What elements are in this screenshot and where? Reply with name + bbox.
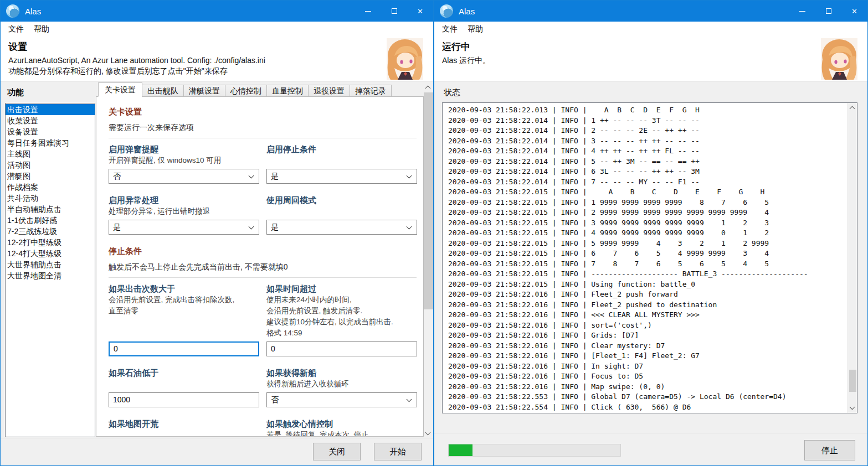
sidebar-item[interactable]: 1-1伏击刷好感 — [6, 215, 95, 226]
log-line: 2020-09-03 21:58:22.015 | INFO | 2 9999 … — [448, 208, 846, 218]
menu-item-file[interactable]: 文件 — [6, 24, 27, 34]
avatar — [821, 38, 857, 80]
stop-button[interactable]: 停止 — [804, 440, 855, 460]
scroll-down-icon[interactable] — [425, 430, 431, 436]
log-line: 2020-09-03 21:58:22.015 | INFO | -------… — [448, 269, 846, 279]
field-label: 如果获得新船 — [266, 367, 417, 379]
sidebar-item[interactable]: 共斗活动 — [6, 193, 95, 204]
sidebar-item[interactable]: 12-4打大型练级 — [6, 248, 95, 259]
dropdown[interactable]: 是 — [266, 169, 417, 184]
menu-item-help[interactable]: 帮助 — [465, 24, 486, 34]
log-box: 2020-09-03 21:58:22.013 | INFO | A B C D… — [442, 102, 857, 413]
text-input[interactable]: 1000 — [109, 392, 259, 407]
sidebar-title: 功能 — [7, 87, 24, 98]
log-line: 2020-09-03 21:58:22.013 | INFO | A B C D… — [448, 105, 846, 116]
maximize-button[interactable] — [815, 1, 841, 22]
sidebar-item[interactable]: 每日任务困难演习 — [6, 137, 95, 148]
sidebar-item[interactable]: 大世界地图全清 — [6, 270, 95, 281]
field: 使用周回模式是 — [266, 195, 417, 235]
field-row: 如果出击次数大于会沿用先前设置, 完成出击将扣除次数, 直至清零0如果时间超过使… — [109, 283, 417, 356]
scroll-down-icon[interactable] — [850, 405, 855, 410]
dropdown[interactable]: 是 — [266, 220, 417, 235]
tab-关卡设置[interactable]: 关卡设置 — [98, 82, 142, 97]
dropdown[interactable]: 否 — [266, 392, 417, 407]
menu-item-file[interactable]: 文件 — [439, 24, 460, 34]
section-divider — [109, 277, 417, 278]
text-input[interactable]: 0 — [109, 341, 259, 356]
status-label: 状态 — [444, 87, 460, 98]
minimize-button[interactable] — [789, 1, 815, 22]
content-scrollbar[interactable] — [424, 82, 433, 438]
scrollbar-thumb[interactable] — [424, 92, 433, 309]
dropdown[interactable]: 否 — [109, 169, 259, 184]
start-button[interactable]: 开始 — [374, 443, 422, 460]
sidebar-item[interactable]: 设备设置 — [6, 126, 95, 137]
dropdown[interactable]: 是 — [109, 220, 259, 235]
log-line: 2020-09-03 21:58:22.015 | INFO | 5 9999 … — [448, 239, 846, 249]
log-line: 2020-09-03 21:58:22.014 | INFO | 2 -- --… — [448, 126, 846, 136]
log-line: 2020-09-03 21:58:22.016 | INFO | In sigh… — [448, 361, 846, 372]
field-label: 如果触发心情控制 — [266, 418, 417, 429]
tab-掉落记录[interactable]: 掉落记录 — [350, 85, 392, 97]
field-help: 开启弹窗提醒, 仅 windows10 可用 — [109, 155, 259, 166]
field-row: 启用异常处理处理部分异常, 运行出错时撤退是使用周回模式是 — [109, 195, 417, 235]
log-line: 2020-09-03 21:58:22.016 | INFO | sort=('… — [448, 320, 846, 331]
scroll-up-icon[interactable] — [850, 106, 855, 112]
settings-window: Alas ✕ 文件帮助 设置 AzurLaneAutoScript, An Az… — [0, 0, 434, 466]
sidebar-item[interactable]: 主线图 — [6, 148, 95, 159]
field-row: 如果石油低于1000如果获得新船获得新船后进入收获循环否 — [109, 367, 417, 407]
close-icon: ✕ — [851, 8, 857, 15]
tab-血量控制[interactable]: 血量控制 — [266, 85, 309, 97]
field-label: 启用弹窗提醒 — [109, 144, 259, 155]
sidebar-item[interactable]: 出击设置 — [6, 104, 95, 115]
field: 如果地图开荒 — [109, 418, 259, 436]
field-label: 如果出击次数大于 — [109, 283, 259, 294]
screen: Alas ✕ 文件帮助 设置 AzurLaneAutoScript, An Az… — [0, 0, 868, 466]
log-line: 2020-09-03 21:58:22.554 | INFO | Click (… — [448, 402, 846, 412]
scroll-up-icon[interactable] — [425, 86, 431, 91]
sidebar-item[interactable]: 潜艇图 — [6, 170, 95, 182]
sidebar-item[interactable]: 收菜设置 — [6, 115, 95, 126]
log-line: 2020-09-03 21:58:22.015 | INFO | 3 9999 … — [448, 218, 846, 229]
maximize-button[interactable] — [381, 1, 407, 22]
field-label: 使用周回模式 — [266, 195, 417, 206]
sidebar-item[interactable]: 活动图 — [6, 159, 95, 170]
log-scrollbar[interactable] — [848, 103, 857, 413]
text-input[interactable]: 0 — [266, 341, 417, 356]
sidebar-item[interactable]: 7-2三战拣垃圾 — [6, 226, 95, 237]
sidebar-item[interactable]: 作战档案 — [6, 182, 95, 193]
settings-footer: 关闭 开始 — [1, 438, 433, 465]
field-help: 会沿用先前设置, 完成出击将扣除次数, 直至清零 — [109, 294, 259, 317]
runner-footer: 停止 — [434, 433, 867, 465]
window-controls: ✕ — [789, 1, 867, 22]
tab-心情控制[interactable]: 心情控制 — [225, 85, 267, 97]
log-line: 2020-09-03 21:58:22.016 | INFO | Fleet_2… — [448, 289, 846, 300]
titlebar[interactable]: Alas ✕ — [434, 1, 867, 22]
sidebar-item[interactable]: 12-2打中型练级 — [6, 237, 95, 248]
close-button[interactable]: ✕ — [407, 1, 433, 22]
minimize-button[interactable] — [355, 1, 381, 22]
log-line: 2020-09-03 21:58:22.016 | INFO | Grids: … — [448, 330, 846, 341]
log-output[interactable]: 2020-09-03 21:58:22.013 | INFO | A B C D… — [448, 105, 846, 411]
close-window-button[interactable]: 关闭 — [313, 443, 361, 460]
window-title: Alas — [459, 7, 475, 16]
sidebar-item[interactable]: 大世界辅助点击 — [6, 259, 95, 270]
app-logo-icon — [440, 4, 453, 18]
field: 如果出击次数大于会沿用先前设置, 完成出击将扣除次数, 直至清零0 — [109, 283, 259, 356]
log-line: 2020-09-03 21:58:22.016 | INFO | Focus t… — [448, 371, 846, 382]
scrollbar-thumb[interactable] — [849, 370, 856, 392]
log-line: 2020-09-03 21:58:22.015 | INFO | 1 9999 … — [448, 198, 846, 208]
tab-退役设置[interactable]: 退役设置 — [308, 85, 350, 97]
close-button[interactable]: ✕ — [841, 1, 867, 22]
field: 如果时间超过使用未来24小时内的时间, 会沿用先前设置, 触发后清零. 建议提前… — [266, 283, 417, 356]
sidebar-item[interactable]: 半自动辅助点击 — [6, 204, 95, 215]
section-subtitle: 需要运行一次来保存选项 — [109, 122, 417, 133]
tab-潜艇设置[interactable]: 潜艇设置 — [183, 85, 225, 97]
menu-item-help[interactable]: 帮助 — [31, 24, 52, 34]
page-title: 运行中 — [442, 40, 867, 53]
log-line: 2020-09-03 21:58:22.015 | INFO | 6 7 6 5… — [448, 248, 846, 259]
field-label: 启用异常处理 — [109, 195, 259, 206]
field: 启用弹窗提醒开启弹窗提醒, 仅 windows10 可用否 — [109, 144, 259, 184]
titlebar[interactable]: Alas ✕ — [1, 1, 433, 22]
tab-出击舰队[interactable]: 出击舰队 — [142, 85, 184, 97]
